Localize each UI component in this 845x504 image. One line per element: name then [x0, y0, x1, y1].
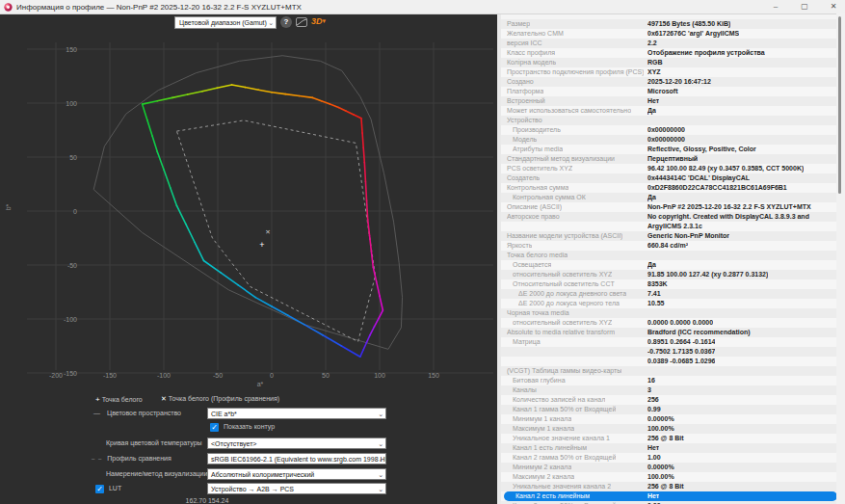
- property-value: Перцептивный: [647, 154, 698, 164]
- property-value: Нет: [647, 96, 659, 106]
- property-row[interactable]: Желательно CMM0x6172676C 'argl' ArgyllCM…: [501, 29, 845, 39]
- cursor-position-readout: 162.70 154.24: [116, 497, 299, 504]
- whitepoint-marker: +: [259, 240, 264, 250]
- property-row[interactable]: ArgyllCMS 2.3.1c: [501, 222, 845, 231]
- property-value: 256 @ 8 Bit: [647, 434, 684, 443]
- svg-text:-100: -100: [64, 316, 77, 323]
- property-row[interactable]: Максимум 1 канала100.00%: [501, 424, 845, 434]
- property-label: Битовая глубина: [513, 376, 566, 385]
- property-row[interactable]: Битовая глубина16: [501, 376, 845, 385]
- lut-select[interactable]: Устройство → A2B → PCS ⌄: [207, 483, 386, 494]
- colorspace-select[interactable]: CIE a*b* ⌄: [207, 408, 386, 419]
- property-row[interactable]: Уникальное значение канала 1256 @ 8 Bit: [501, 434, 845, 443]
- property-row[interactable]: Чорная точка media: [501, 308, 845, 318]
- maximize-button[interactable]: ▢: [799, 0, 810, 13]
- property-row[interactable]: Максимум 2 канала100.00%: [501, 472, 845, 482]
- property-row[interactable]: -0.7502 1.7135 0.0367: [501, 347, 845, 357]
- property-row[interactable]: ВстроенныйНет: [501, 96, 845, 106]
- property-label: относительный осветитель XYZ: [513, 270, 612, 279]
- property-value: 3: [647, 385, 651, 395]
- title-bar: Информация о профиле — Non-PnP #2 2025-1…: [0, 0, 845, 14]
- property-row[interactable]: Колірна модельRGB: [501, 58, 845, 67]
- property-row[interactable]: Каналы3: [501, 385, 845, 395]
- comparison-profile-select[interactable]: sRGB IEC61966-2.1 (Equivalent to www.srg…: [207, 453, 386, 464]
- property-row[interactable]: Absolute to media relative transformBrad…: [501, 328, 845, 337]
- property-row[interactable]: Канал 1 есть линейнымНет: [501, 443, 845, 453]
- snapshot-icon[interactable]: [296, 17, 307, 27]
- axis-label-a: a*: [257, 381, 264, 387]
- help-button[interactable]: ?: [280, 16, 292, 28]
- property-value: 256 @ 8 Bit: [647, 482, 684, 491]
- property-row[interactable]: Атрибуты mediaReflective, Glossy, Positi…: [501, 145, 845, 154]
- property-label: Количество записей на канал: [513, 395, 605, 405]
- view-3d-button[interactable]: 3D▾: [311, 16, 326, 26]
- property-row[interactable]: Матрица0.8951 0.2664 -0.1614: [501, 337, 845, 347]
- lut-checkbox[interactable]: ✓: [95, 485, 104, 493]
- property-row[interactable]: Контрольная сумма0xD2F8860D22CA78CC41821…: [501, 183, 845, 193]
- gamut-plot[interactable]: -150-100-50050100150-200-150-100-5005010…: [0, 31, 497, 393]
- property-row[interactable]: ΔE 2000 до локуса черного тела10.55: [501, 299, 845, 308]
- gamut-view-select[interactable]: Цветовой диапазон (Gamut) ⌄: [174, 16, 277, 29]
- property-value: Нет: [647, 443, 659, 453]
- property-row[interactable]: Создатель0x4443414C 'DCAL' DisplayCAL: [501, 173, 845, 183]
- tick-labels: -150-100-50050100150-200-150-100-5005010…: [49, 46, 439, 380]
- property-value: 0x4443414C 'DCAL' DisplayCAL: [647, 173, 750, 183]
- property-row[interactable]: Количество записей на канал256: [501, 395, 845, 405]
- property-value: 16: [647, 376, 655, 385]
- property-row[interactable]: ΔE 2000 до локуса дневного света7.41: [501, 289, 845, 299]
- property-row[interactable]: 0.0389 -0.0685 1.0296: [501, 357, 845, 366]
- property-row[interactable]: относительный осветитель XYZ0.0000 0.000…: [501, 318, 845, 328]
- property-row[interactable]: Стандартный метод визуализацииПерцептивн…: [501, 154, 845, 164]
- property-row[interactable]: Контрольная сумма ОКДа: [501, 193, 845, 202]
- property-row[interactable]: Модель0x00000000: [501, 135, 845, 145]
- show-outline-checkbox[interactable]: ✓: [210, 423, 219, 432]
- property-value: 497156 Bytes (485.50 KiB): [647, 19, 730, 29]
- property-row[interactable]: Яркость660.84 cd/m²: [501, 241, 845, 251]
- property-row[interactable]: Минимум 1 канала0.0000%: [501, 414, 845, 424]
- property-label: Встроенный: [507, 96, 545, 106]
- property-value: 7.41: [647, 289, 661, 299]
- property-row[interactable]: ОсвещаетсяДа: [501, 260, 845, 270]
- property-row[interactable]: Авторское правоNo copyright. Created wit…: [501, 212, 845, 222]
- lut-row: ✓ LUT: [95, 485, 121, 493]
- property-row[interactable]: ПлатформаMicrosoft: [501, 87, 845, 96]
- property-row[interactable]: Точка белого media: [501, 251, 845, 260]
- property-row[interactable]: Канал 2 гамма 50% от Входящей1.00: [501, 453, 845, 463]
- property-value: 100.00%: [647, 424, 674, 434]
- svg-text:0: 0: [270, 372, 274, 379]
- property-row[interactable]: Описание (ASCII)Non-PnP #2 2025-12-20 16…: [501, 202, 845, 212]
- property-row[interactable]: Устройство: [501, 116, 845, 125]
- property-row[interactable]: PCS осветитель XYZ96.42 100.00 82.49 (xy…: [501, 164, 845, 173]
- chevron-down-icon: ⌄: [268, 17, 274, 29]
- property-label: Максимум 2 канала: [513, 472, 574, 482]
- minimize-button[interactable]: –: [770, 0, 781, 13]
- property-row[interactable]: Канал 2 есть линейнымНет: [504, 491, 837, 501]
- property-row[interactable]: версия ICC2.2: [501, 39, 845, 48]
- property-row[interactable]: относительный осветитель XYZ91.85 100.00…: [501, 270, 845, 279]
- property-row[interactable]: Минимум 2 канала0.0000%: [501, 463, 845, 472]
- property-row[interactable]: Производитель0x00000000: [501, 125, 845, 135]
- property-row[interactable]: Канал 1 гамма 50% от Входящей0.99: [501, 405, 845, 414]
- property-row[interactable]: Относительный осветитель CCT8353K: [501, 279, 845, 289]
- property-label: Максимум 1 канала: [513, 424, 574, 434]
- scrollbar-thumb[interactable]: [838, 16, 841, 194]
- property-row[interactable]: Пространство подключения профиля (PCS)XY…: [501, 67, 845, 77]
- property-row[interactable]: Размер497156 Bytes (485.50 KiB): [501, 19, 845, 29]
- property-value: 91.85 100.00 127.42 (xy 0.2877 0.3132): [647, 270, 768, 279]
- profile-properties-panel: Размер497156 Bytes (485.50 KiB)Желательн…: [501, 13, 845, 504]
- temp-curve-select[interactable]: <Отсутствует> ⌄: [207, 438, 386, 449]
- close-button[interactable]: ✕: [828, 0, 839, 13]
- show-outline-row: ✓ Показать контур: [210, 423, 275, 432]
- property-label: Может использоваться самостоятельно: [507, 106, 631, 116]
- property-row[interactable]: Может использоваться самостоятельноДа: [501, 106, 845, 116]
- property-row[interactable]: (VCGT) Таблица гаммы видео-карты: [501, 366, 845, 376]
- comparison-profile-select-value: sRGB IEC61966-2.1 (Equivalent to www.srg…: [211, 456, 386, 463]
- property-label: Стандартный метод визуализации: [507, 154, 615, 164]
- property-row[interactable]: Класс профиляОтображение профиля устройс…: [501, 48, 845, 58]
- rendering-intent-select[interactable]: Абсолютный колориметрический ⌄: [207, 468, 386, 480]
- property-row[interactable]: Создано2025-12-20 16:47:12: [501, 77, 845, 87]
- property-row[interactable]: Уникальные значения канала 2256 @ 8 Bit: [501, 482, 845, 491]
- svg-text:-50: -50: [213, 372, 223, 379]
- property-row[interactable]: Название модели устройства (ASCII)Generi…: [501, 231, 845, 241]
- svg-text:150: 150: [66, 46, 77, 53]
